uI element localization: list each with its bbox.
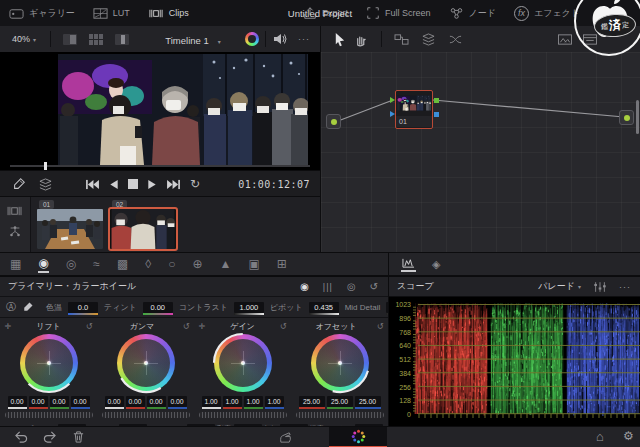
lift-master-slider[interactable] [5, 412, 93, 418]
scope-options-menu[interactable]: ··· [619, 282, 631, 292]
power-window-icon[interactable]: ○ [168, 257, 175, 271]
gamma-reset-icon[interactable]: ↺ [183, 322, 190, 331]
gamma-color-wheel[interactable] [117, 334, 175, 392]
gain-mode-icon[interactable]: ✛ [199, 322, 206, 331]
single-viewer-icon[interactable] [62, 33, 78, 46]
tracker-icon[interactable]: ⊕ [192, 257, 202, 271]
clips-view-icon[interactable] [7, 205, 23, 217]
gain-master-value[interactable]: 1.00 [202, 396, 221, 407]
gain-green-value[interactable]: 1.00 [244, 396, 263, 407]
bypass-grades-icon[interactable] [245, 32, 259, 46]
swap-connections-icon[interactable] [448, 33, 463, 46]
offset-red-value[interactable]: 25.00 [299, 396, 325, 407]
offset-green-value[interactable]: 25.00 [327, 396, 353, 407]
split-screen-icon[interactable] [114, 33, 130, 46]
keyframes-view-icon[interactable]: ◈ [432, 258, 440, 271]
wipe-modes-icon[interactable] [38, 178, 53, 191]
scope-mode-select[interactable]: パレード▾ [538, 280, 581, 293]
key-input-port[interactable] [390, 111, 395, 117]
source-input-node[interactable] [326, 114, 341, 129]
pointer-tool-icon[interactable] [333, 32, 346, 47]
scopes-view-icon[interactable] [401, 257, 416, 272]
hand-tool-icon[interactable] [354, 32, 367, 47]
gamma-master-slider[interactable] [102, 412, 190, 418]
lift-reset-icon[interactable]: ↺ [86, 322, 93, 331]
tint-value[interactable]: 0.00 [143, 302, 173, 313]
home-icon[interactable]: ⌂ [596, 429, 604, 444]
grab-still-icon[interactable] [557, 33, 573, 46]
gain-master-slider[interactable] [199, 412, 287, 418]
scope-settings-icon[interactable] [593, 281, 607, 293]
reset-all-icon[interactable]: ↺ [370, 281, 378, 292]
contrast-value[interactable]: 1.000 [234, 302, 264, 313]
redo-icon[interactable] [42, 431, 57, 443]
lift-blue-value[interactable]: 0.00 [71, 396, 90, 407]
primary-wheels-mode-icon[interactable]: ◉ [300, 281, 309, 292]
lift-red-value[interactable]: 0.00 [29, 396, 48, 407]
loop-icon[interactable]: ↻ [190, 177, 200, 191]
curves-icon[interactable]: ≈ [93, 257, 100, 271]
lift-color-wheel[interactable] [20, 334, 78, 392]
pivot-value[interactable]: 0.435 [309, 302, 339, 313]
hdr-grade-icon[interactable]: ◎ [66, 257, 76, 271]
offset-blue-value[interactable]: 25.00 [355, 396, 381, 407]
color-wheels-icon[interactable]: ◉ [38, 256, 48, 273]
sizing-icon[interactable]: ⊞ [277, 257, 287, 271]
offset-reset-icon[interactable]: ↺ [377, 322, 384, 331]
node-tree-icon[interactable] [8, 225, 22, 238]
key-output-port[interactable] [434, 112, 439, 117]
undo-icon[interactable] [14, 431, 29, 443]
viewer-options-menu[interactable]: ··· [298, 34, 310, 44]
offset-master-slider[interactable] [296, 412, 384, 418]
gamma-green-value[interactable]: 0.00 [147, 396, 166, 407]
corrector-node-01[interactable]: 01 [395, 90, 433, 129]
output-node[interactable] [619, 110, 634, 125]
timeline-clip-2-selected[interactable] [110, 209, 176, 249]
rgb-input-port[interactable] [390, 97, 395, 103]
gain-color-wheel[interactable] [214, 334, 272, 392]
color-page-tab-active[interactable] [329, 427, 387, 447]
color-picker-icon[interactable] [12, 177, 26, 191]
node-graph[interactable]: 01 [320, 52, 640, 252]
timeline-select[interactable]: Timeline 1▾ [135, 30, 245, 48]
gamma-blue-value[interactable]: 0.00 [168, 396, 187, 407]
step-back-icon[interactable] [109, 179, 119, 190]
color-warper-icon[interactable]: ▩ [117, 257, 128, 271]
jog-bar[interactable] [10, 165, 310, 167]
clip-badge: 02 [112, 200, 127, 209]
camera-raw-icon[interactable]: ▦ [10, 257, 21, 271]
lift-green-value[interactable]: 0.00 [50, 396, 69, 407]
user-grab-icon[interactable] [278, 431, 293, 444]
goto-last-frame-icon[interactable] [166, 179, 181, 190]
jog-playhead[interactable] [44, 162, 47, 170]
node-layers-icon[interactable] [421, 33, 436, 46]
gain-reset-icon[interactable]: ↺ [280, 322, 287, 331]
primary-bars-mode-icon[interactable]: ||| [323, 282, 333, 292]
lift-mode-icon[interactable]: ✛ [5, 322, 12, 331]
trash-icon[interactable] [72, 430, 85, 444]
blur-icon[interactable]: ▲ [220, 257, 232, 271]
goto-first-frame-icon[interactable] [85, 179, 100, 190]
timeline-clip-1[interactable] [37, 209, 103, 249]
stop-icon[interactable] [128, 179, 138, 189]
gain-blue-value[interactable]: 1.00 [265, 396, 284, 407]
lift-master-value[interactable]: 0.00 [8, 396, 27, 407]
gain-red-value[interactable]: 1.00 [223, 396, 242, 407]
play-icon[interactable] [147, 179, 157, 190]
key-icon[interactable]: ▣ [248, 257, 259, 271]
node-graph-scrollbar[interactable] [636, 100, 639, 134]
gamma-red-value[interactable]: 0.00 [126, 396, 145, 407]
rgb-output-port[interactable] [434, 98, 439, 103]
gamma-master-value[interactable]: 0.00 [105, 396, 124, 407]
log-wheels-mode-icon[interactable]: ◎ [347, 281, 356, 292]
temp-value[interactable]: 0.0 [68, 302, 98, 313]
mute-speaker-icon[interactable] [272, 32, 288, 46]
qualifier-icon[interactable]: ◊ [145, 257, 151, 271]
viewer-zoom-select[interactable]: 40%▾ [0, 34, 44, 44]
wb-picker-icon[interactable] [22, 301, 34, 313]
offset-color-wheel[interactable] [311, 334, 369, 392]
add-node-icon[interactable] [394, 33, 409, 46]
settings-gear-icon[interactable]: ⚙ [623, 429, 634, 443]
auto-balance-icon[interactable]: Ⓐ [6, 300, 16, 314]
lightbox-grid-icon[interactable] [88, 33, 104, 46]
